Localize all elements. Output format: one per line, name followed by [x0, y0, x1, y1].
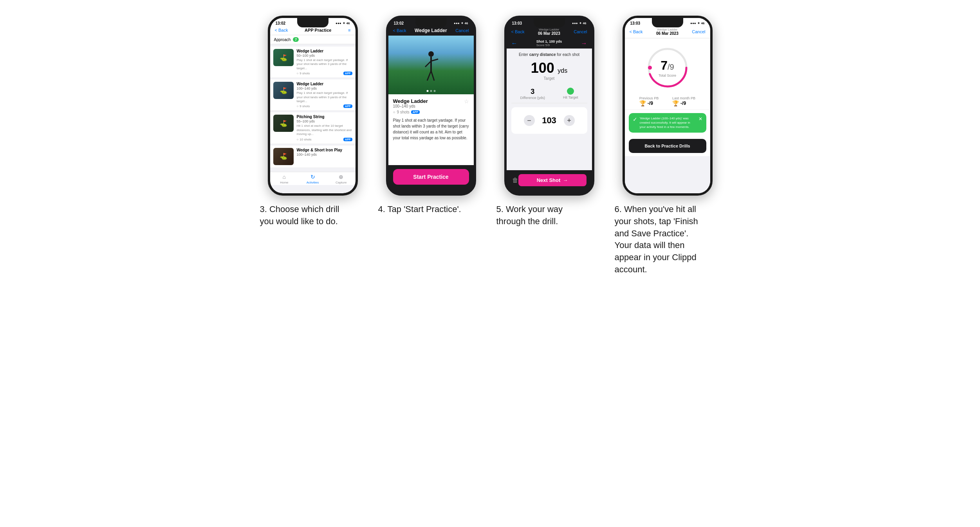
drill-name-4: Wedge Ladder: [393, 98, 428, 104]
score-circle-container-6: 7/9 Total Score: [625, 38, 710, 93]
input-container-5: − 103 +: [511, 107, 587, 134]
filter-label-3[interactable]: Approach: [274, 38, 291, 42]
bottom-fill-6: [625, 156, 710, 193]
menu-btn-3[interactable]: ≡: [348, 28, 350, 32]
drill-yds-0: 50–100 yds: [297, 54, 352, 58]
shots-info-0: ○ 9 shots: [297, 72, 310, 75]
phone-screen-3: 13:02 ●●● ✦ 46 < Back APP Practice ≡ App…: [270, 18, 356, 193]
cancel-btn-6[interactable]: Cancel: [692, 29, 705, 34]
phone-screen-6: 13:03 ●●● ✦ 46 < Back Wedge Ladder 06 Ma…: [625, 18, 710, 193]
plus-btn-5[interactable]: +: [564, 115, 575, 126]
svg-line-2: [425, 61, 431, 67]
input-val-5[interactable]: 103: [540, 115, 559, 126]
nav-bar-4: < Back Wedge Ladder Cancel: [388, 26, 474, 36]
drill-item-2[interactable]: Pitching String 55–100 yds Hit 1 shot at…: [270, 112, 356, 144]
trophy-icon-prev: 🏆: [639, 100, 646, 106]
nav-bar-6: < Back Wedge Ladder 06 Mar 2023 Cancel: [625, 26, 710, 38]
filter-bar-3: Approach 7: [270, 35, 356, 44]
back-btn-6[interactable]: < Back: [630, 29, 643, 34]
shot-nav-5: ← Shot 1, 100 yds Score 5/9 →: [507, 38, 592, 49]
shots-icon-0: ○: [297, 72, 299, 75]
shots-label-2: 10 shots: [300, 138, 311, 141]
wifi-icon-6: ✦: [697, 22, 700, 25]
thumb-golfer-3: [273, 148, 294, 165]
thumb-golfer-0: [273, 49, 294, 66]
drill-yds-2: 55–100 yds: [297, 119, 352, 123]
nav-title-block-6: Wedge Ladder 06 Mar 2023: [656, 28, 679, 36]
signal-icon-6: ●●●: [690, 22, 696, 25]
dot-3: [433, 90, 435, 92]
last-month-label: Last month PB: [672, 96, 695, 100]
phone-screen-4: 13:02 ●●● ✦ 46 < Back Wedge Ladder Cance…: [388, 18, 474, 193]
tab-capture-3[interactable]: ⊕ Capture: [327, 174, 356, 184]
time-4: 13:02: [394, 21, 404, 25]
activities-icon-3: ↻: [310, 174, 315, 180]
shots-icon-2: ○: [297, 138, 299, 141]
drill-yds-3: 100–140 yds: [297, 153, 352, 156]
phone-frame-5: 13:03 ●●● ✦ 46 < Back Wedge Ladder 06 Ma…: [504, 16, 594, 196]
nav-title-3: APP Practice: [305, 28, 331, 32]
signal-icon-4: ●●●: [454, 22, 460, 25]
back-to-drills-btn-6[interactable]: Back to Practice Drills: [629, 139, 706, 153]
drill-thumb-3: [273, 148, 294, 165]
score-sublabel-6: Total Score: [659, 74, 676, 77]
score-circle-6: 7/9 Total Score: [646, 46, 689, 89]
cancel-btn-4[interactable]: Cancel: [455, 28, 469, 33]
svg-line-5: [431, 71, 434, 81]
next-shot-arrow-5: →: [563, 177, 568, 183]
next-shot-bar-5: 🗑 Next Shot →: [507, 170, 592, 190]
drill-item-1[interactable]: Wedge Ladder 100–140 yds Play 1 shot at …: [270, 79, 356, 111]
last-month-number: -/9: [680, 101, 686, 106]
tab-home-3[interactable]: ⌂ Home: [270, 174, 299, 184]
drill-name-3: Wedge & Short Iron Play: [297, 148, 352, 152]
status-icons-6: ●●● ✦ 46: [690, 22, 704, 25]
drill-desc-2: Hit 1 shot at each of the 10 target dist…: [297, 124, 352, 136]
prev-arrow-5[interactable]: ←: [511, 40, 518, 47]
trophy-icon-last: 🏆: [672, 100, 679, 106]
minus-btn-5[interactable]: −: [524, 115, 535, 126]
svg-line-4: [427, 71, 431, 81]
score-text-6: 7/9 Total Score: [659, 58, 676, 77]
toast-close-6[interactable]: ✕: [698, 116, 702, 122]
status-icons-4: ●●● ✦ 46: [454, 22, 468, 25]
title-small-5: Wedge Ladder: [538, 28, 560, 31]
checkmark-icon-6: ✓: [633, 116, 637, 122]
tab-activities-3[interactable]: ↻ Activities: [298, 174, 327, 184]
phone-screen-5: 13:03 ●●● ✦ 46 < Back Wedge Ladder 06 Ma…: [507, 18, 592, 193]
image-dots-4: [426, 90, 435, 92]
toast-text-6: 'Wedge Ladder (100–140 yds)' was created…: [640, 116, 696, 130]
input-row-5: − 103 +: [511, 112, 587, 129]
phone-notch-5: [534, 18, 565, 27]
drill-item-3[interactable]: Wedge & Short Iron Play 100–140 yds: [270, 146, 356, 168]
svg-line-3: [431, 59, 438, 61]
drill-thumb-0: [273, 49, 294, 66]
signal-icon-3: ●●●: [336, 22, 341, 25]
home-icon-3: ⌂: [283, 174, 286, 180]
bookmark-icon-4[interactable]: ☆: [464, 98, 469, 104]
phone-section-3: 13:02 ●●● ✦ 46 < Back APP Practice ≡ App…: [260, 16, 366, 276]
shots-4: ○ 9 shots APP: [393, 110, 469, 114]
battery-icon-4: 46: [465, 22, 468, 25]
drill-desc-1: Play 1 shot at each target yardage. If y…: [297, 91, 352, 103]
back-btn-3[interactable]: < Back: [275, 28, 288, 32]
back-btn-5[interactable]: < Back: [511, 29, 525, 34]
battery-icon-6: 46: [701, 22, 705, 25]
delete-icon-5[interactable]: 🗑: [512, 177, 518, 184]
last-month-val: 🏆 -/9: [672, 100, 695, 106]
svg-point-8: [648, 66, 652, 70]
page-container: 13:02 ●●● ✦ 46 < Back APP Practice ≡ App…: [255, 16, 725, 276]
start-practice-btn-4[interactable]: Start Practice: [393, 169, 469, 185]
drill-title-block-4: Wedge Ladder 100–140 yds: [393, 98, 428, 108]
drill-item-0[interactable]: Wedge Ladder 50–100 yds Play 1 shot at e…: [270, 47, 356, 78]
cancel-btn-5[interactable]: Cancel: [574, 29, 587, 34]
back-btn-4[interactable]: < Back: [393, 28, 406, 33]
next-arrow-5[interactable]: →: [581, 40, 587, 47]
tab-capture-label-3: Capture: [336, 181, 347, 184]
next-shot-btn-5[interactable]: Next Shot →: [518, 174, 587, 186]
target-unit-5: yds: [558, 67, 567, 74]
time-6: 13:03: [630, 21, 641, 25]
drill-name-0: Wedge Ladder: [297, 49, 352, 53]
screen2-content-4: Wedge Ladder 100–140 yds ☆ ○ 9 shots APP…: [388, 94, 474, 165]
drill-info-1: Wedge Ladder 100–140 yds Play 1 shot at …: [297, 82, 352, 108]
prev-pb-item: Previous PB 🏆 -/9: [639, 96, 659, 106]
